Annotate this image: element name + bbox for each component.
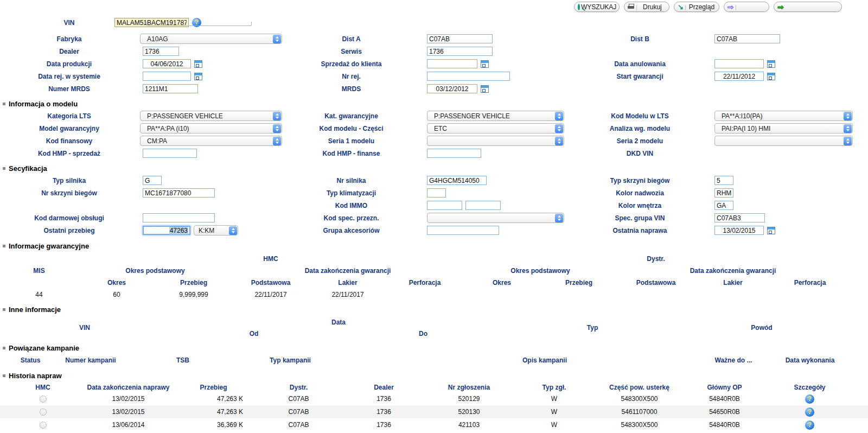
section-campaigns: Powiązane kampanie — [0, 342, 868, 354]
dist-b-input[interactable] — [714, 34, 780, 43]
grupa-akcesoriow-label: Grupa akcesoriów — [323, 227, 379, 234]
kod-hmp-sprzedaz-input[interactable] — [143, 149, 197, 158]
grupa-akcesoriow-input[interactable] — [427, 226, 499, 235]
seria-1-modelu-select[interactable] — [427, 136, 564, 146]
form-row: Fabryka A10AG Dist A Dist B — [0, 33, 868, 45]
numer-mrds-input[interactable] — [143, 84, 198, 93]
typ-skrzyni-biegow-label: Typ skrzyni biegów — [610, 177, 670, 184]
kod-modelu-czesci-select[interactable]: ETC — [427, 123, 564, 133]
typ-silnika-label: Typ silnika — [53, 177, 86, 184]
select-stepper-icon — [273, 112, 281, 120]
kod-immo-input-1[interactable] — [427, 201, 462, 210]
analiza-wg-modelu-label: Analiza wg. modelu — [610, 125, 670, 132]
model-gwarancyjny-label: Model gwarancyjny — [39, 125, 99, 132]
model-gwarancyjny-select[interactable]: PA**A:PA (i10) — [140, 123, 282, 133]
mrds-input[interactable] — [427, 84, 477, 93]
kod-finansowy-label: Kod finansowy — [46, 137, 92, 145]
kolor-nadwozia-input[interactable] — [714, 188, 733, 198]
start-gwarancji-input[interactable] — [714, 72, 764, 81]
form-row: Nr skrzyni biegów Typ klimatyzacji Kolor… — [0, 187, 868, 199]
dealer-label: Dealer — [59, 48, 79, 55]
typ-skrzyni-biegow-input[interactable] — [714, 176, 733, 185]
numer-mrds-label: Numer MRDS — [48, 85, 90, 93]
kod-modelu-w-lts-select[interactable]: PA**A:I10(PA) — [714, 111, 853, 121]
typ-silnika-input[interactable] — [143, 176, 162, 185]
ostatni-przebieg-input[interactable]: 47263 — [143, 226, 190, 235]
history-row-radio[interactable] — [40, 409, 47, 416]
section-bullet-icon — [3, 103, 5, 105]
history-claim-no: 421103 — [426, 421, 512, 429]
other-od-header: Od — [250, 330, 259, 338]
calendar-icon[interactable] — [481, 85, 489, 93]
kod-darmowej-obslugi-input[interactable] — [143, 213, 215, 222]
vin-row: VIN — [0, 16, 868, 29]
calendar-icon[interactable] — [767, 227, 775, 234]
history-claim-type-header: Typ zgł. — [512, 384, 597, 391]
data-produkcji-input[interactable] — [143, 59, 191, 68]
kat-gwarancyjne-select-value: P:PASSENGER VEHICLE — [434, 112, 510, 120]
dealer-input[interactable] — [143, 47, 179, 56]
data-rej-w-systemie-input[interactable] — [143, 72, 191, 81]
typ-klimatyzacji-input[interactable] — [427, 188, 446, 198]
sprzedaz-do-klienta-input[interactable] — [427, 59, 477, 68]
dist-a-label: Dist A — [342, 35, 360, 43]
kod-finansowy-select[interactable]: CM:PA — [140, 136, 282, 146]
other-typ-header: Typ — [587, 324, 598, 332]
history-details-help-icon[interactable] — [805, 407, 814, 417]
seria-2-modelu-select[interactable] — [714, 136, 853, 146]
history-dealer-header: Dealer — [341, 384, 426, 391]
calendar-icon[interactable] — [194, 60, 202, 68]
warranty-okres-header: Okres — [78, 279, 155, 286]
calendar-icon[interactable] — [767, 60, 775, 68]
dist-a-input[interactable] — [427, 34, 493, 43]
kolor-wnetrza-input[interactable] — [714, 201, 733, 210]
history-date-header: Data zakończenia naprawy — [86, 384, 171, 391]
kod-immo-input-2[interactable] — [465, 201, 501, 210]
history-row-radio[interactable] — [40, 422, 47, 429]
kat-gwarancyjne-select[interactable]: P:PASSENGER VEHICLE — [427, 111, 564, 121]
kod-modelu-czesci-select-value: ETC — [434, 125, 447, 132]
spec-grupa-vin-input[interactable] — [714, 213, 765, 222]
campaign-type-header: Typ kampanii — [270, 356, 311, 364]
history-details-help-icon[interactable] — [805, 394, 814, 404]
warranty-sub-header-row: Okres Przebieg Podstawowa Lakier Perfora… — [0, 277, 868, 289]
data-produkcji-label: Data produkcji — [47, 60, 92, 68]
nr-silnika-label: Nr silnika — [336, 177, 366, 184]
history-details-help-icon[interactable] — [805, 421, 814, 430]
ostatnia-naprawa-input[interactable] — [714, 226, 764, 235]
other-do-header: Do — [419, 330, 427, 338]
data-anulowania-label: Data anulowania — [614, 60, 666, 68]
serwis-input[interactable] — [427, 47, 493, 56]
warranty-hmc-przebieg-value: 9,999,999 — [155, 291, 232, 298]
nr-rej-input[interactable] — [427, 72, 510, 81]
kod-modelu-czesci-label: Kod modelu - Części — [319, 125, 383, 132]
warranty-data-row: 44 60 9,999,999 22/11/2017 22/11/2017 — [0, 289, 868, 301]
fabryka-label: Fabryka — [56, 35, 81, 43]
kod-spec-przezn-select[interactable] — [427, 213, 564, 223]
data-anulowania-input[interactable] — [714, 59, 764, 68]
history-row-radio[interactable] — [40, 396, 47, 403]
data-rej-w-systemie-label: Data rej. w systemie — [38, 73, 100, 80]
warranty-lakier-header: Lakier — [694, 279, 771, 286]
calendar-icon[interactable] — [767, 73, 775, 80]
kategoria-lts-select[interactable]: P:PASSENGER VEHICLE — [140, 111, 282, 121]
spec-grupa-vin-label: Spec. grupa VIN — [615, 214, 665, 222]
nr-silnika-input[interactable] — [427, 176, 487, 185]
kod-hmp-finanse-input[interactable] — [427, 149, 481, 158]
history-mileage: 47,263 K — [171, 395, 256, 403]
analiza-wg-modelu-select[interactable]: PAI:PA(I 10) HMI — [714, 123, 853, 133]
history-claim-no: 520129 — [426, 395, 512, 403]
section-bullet-icon — [3, 167, 5, 170]
history-hmc-header: HMC — [0, 384, 86, 391]
history-claim-type: W — [512, 395, 597, 403]
mrds-label: MRDS — [342, 85, 361, 93]
nr-skrzyni-biegow-input[interactable] — [143, 188, 215, 198]
select-stepper-icon — [555, 112, 563, 120]
przebieg-unit-select[interactable]: K:KM — [194, 225, 238, 235]
campaign-status-header: Status — [21, 356, 41, 364]
calendar-icon[interactable] — [194, 73, 202, 80]
history-row: 13/06/2014 36,369 K C07AB 1736 421103 W … — [0, 418, 868, 431]
calendar-icon[interactable] — [481, 60, 489, 68]
warranty-hmc-lakier-value: 22/11/2017 — [309, 291, 386, 298]
fabryka-select[interactable]: A10AG — [140, 34, 282, 44]
